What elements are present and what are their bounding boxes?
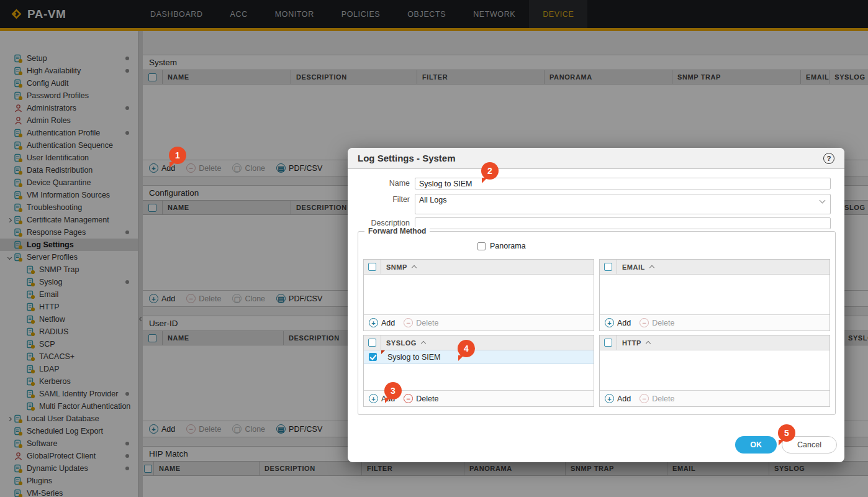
panel-delete-button-icon: − (640, 394, 649, 403)
panorama-checkbox[interactable] (477, 242, 486, 250)
name-label: Name (348, 178, 415, 189)
screen: PA-VM DASHBOARDACCMONITORPOLICIESOBJECTS… (0, 0, 868, 497)
panorama-label: Panorama (490, 242, 526, 250)
panel-body (600, 275, 830, 314)
forward-method-panels: SNMP+Add−DeleteEMAIL+Add−DeleteSYSLOGSys… (363, 259, 830, 407)
panel-delete-button-label: Delete (416, 394, 438, 403)
panel-delete-button-icon: − (640, 318, 649, 327)
panel-delete-button-label: Delete (652, 319, 674, 327)
row-name: Syslog to SIEM (381, 353, 440, 362)
panel-delete-button: −Delete (404, 318, 438, 327)
panel-add-button-icon: + (369, 318, 378, 327)
panel-header-snmp: SNMP (364, 260, 594, 275)
panel-http: HTTP+Add−Delete (599, 335, 830, 407)
panel-snmp: SNMP+Add−Delete (363, 259, 594, 331)
filter-value: All Logs (419, 196, 446, 204)
panel-delete-button-icon: − (404, 394, 413, 403)
panel-title[interactable]: SYSLOG (386, 339, 417, 347)
panel-add-button-label: Add (381, 319, 395, 327)
name-row: Name (348, 178, 844, 189)
log-settings-dialog: Log Settings - System ? Name Filter All … (348, 148, 844, 462)
panel-select-all-cell (600, 260, 617, 274)
panel-select-all-cell (364, 335, 381, 350)
panel-select-all-cell (600, 335, 617, 350)
row-checkbox[interactable] (369, 353, 377, 361)
panel-add-button[interactable]: +Add (605, 318, 631, 327)
forward-method-legend: Forward Method (364, 227, 430, 235)
panel-select-all-cell (364, 260, 381, 274)
panel-toolbar: +Add−Delete (364, 314, 594, 331)
chevron-up-icon[interactable] (421, 341, 426, 346)
panel-body (600, 350, 830, 390)
panel-select-all-checkbox[interactable] (604, 263, 612, 271)
panel-add-button-icon: + (605, 394, 614, 403)
panel-toolbar: +Add−Delete (600, 390, 830, 406)
panel-title[interactable]: EMAIL (622, 263, 645, 271)
row-checkbox-cell (364, 353, 381, 361)
server-profile-row[interactable]: Syslog to SIEM (364, 350, 594, 364)
panel-delete-button-label: Delete (652, 394, 674, 403)
description-input[interactable] (415, 217, 831, 229)
panel-add-button-label: Add (617, 394, 631, 403)
filter-select[interactable]: All Logs (415, 194, 831, 214)
ok-button[interactable]: OK (735, 436, 777, 454)
step-badge-2: 2 (481, 162, 499, 180)
chevron-up-icon[interactable] (412, 265, 417, 270)
step-badge-1: 1 (169, 147, 186, 164)
dialog-title: Log Settings - System (358, 153, 456, 163)
help-icon[interactable]: ? (823, 153, 834, 164)
chevron-up-icon[interactable] (645, 341, 650, 346)
forward-method-group: Forward Method Panorama SNMP+Add−DeleteE… (358, 231, 836, 415)
panel-header-http: HTTP (600, 335, 830, 350)
panorama-checkbox-row[interactable]: Panorama (477, 242, 526, 250)
step-badge-5: 5 (778, 424, 795, 442)
panel-delete-button: −Delete (640, 394, 674, 403)
name-input[interactable] (415, 178, 831, 189)
panel-email: EMAIL+Add−Delete (599, 259, 830, 331)
step-badge-3: 3 (384, 382, 402, 399)
panel-add-button-icon: + (605, 318, 614, 327)
panel-toolbar: +Add−Delete (600, 314, 830, 331)
panel-add-button-label: Add (617, 319, 631, 327)
panel-delete-button-label: Delete (416, 319, 438, 327)
filter-row: Filter All Logs (348, 194, 844, 214)
panel-header-syslog: SYSLOG (364, 335, 594, 350)
chevron-down-icon (820, 198, 826, 204)
panel-select-all-checkbox[interactable] (368, 339, 376, 347)
panel-title[interactable]: SNMP (386, 263, 407, 271)
panel-add-button[interactable]: +Add (605, 394, 631, 403)
panel-body (364, 275, 594, 314)
panel-delete-button-icon: − (404, 318, 413, 327)
panel-delete-button[interactable]: −Delete (404, 394, 438, 403)
panel-select-all-checkbox[interactable] (368, 263, 376, 271)
dialog-titlebar: Log Settings - System ? (348, 148, 844, 169)
panel-title[interactable]: HTTP (622, 339, 641, 347)
panel-header-email: EMAIL (600, 260, 830, 275)
chevron-up-icon[interactable] (649, 265, 654, 270)
panel-select-all-checkbox[interactable] (604, 339, 612, 347)
panel-add-button-icon: + (369, 394, 378, 403)
filter-label: Filter (348, 194, 415, 214)
panel-delete-button: −Delete (640, 318, 674, 327)
panel-add-button[interactable]: +Add (369, 318, 395, 327)
step-badge-4: 4 (458, 340, 475, 357)
